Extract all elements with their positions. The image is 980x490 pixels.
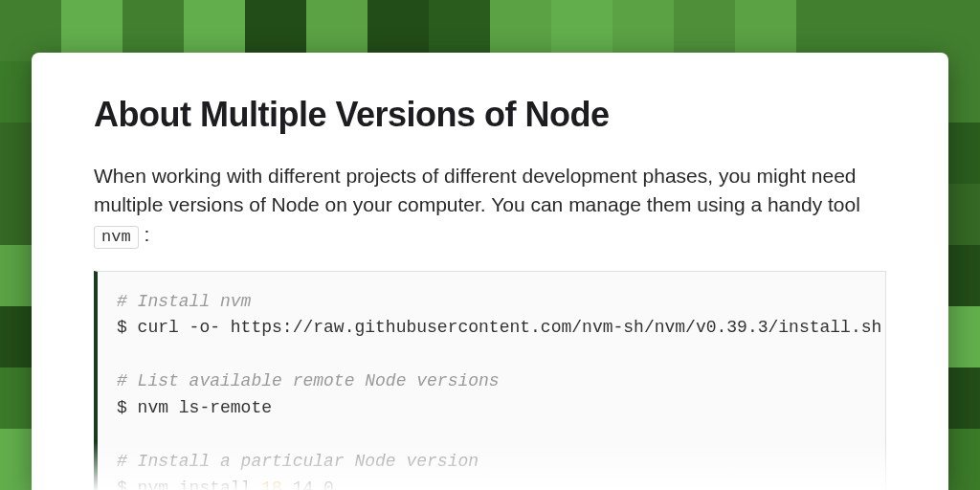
inline-code-nvm: nvm [94,226,139,249]
code-block: # Install nvm $ curl -o- https://raw.git… [94,271,886,490]
code-number: 18 [261,479,282,490]
article-card: About Multiple Versions of Node When wor… [32,53,948,490]
code-line: $ curl -o- https://raw.githubusercontent… [117,318,886,337]
code-comment: # Install a particular Node version [117,452,479,471]
code-comment: # List available remote Node versions [117,371,500,390]
code-line: $ nvm ls-remote [117,398,272,417]
intro-text-after: : [139,223,150,245]
intro-paragraph: When working with different projects of … [94,162,886,250]
page-title: About Multiple Versions of Node [94,95,886,135]
code-line-part: .14.0 [282,479,334,490]
code-comment: # Install nvm [117,292,251,311]
code-line-part: $ nvm install [117,479,261,490]
intro-text-before: When working with different projects of … [94,165,860,215]
